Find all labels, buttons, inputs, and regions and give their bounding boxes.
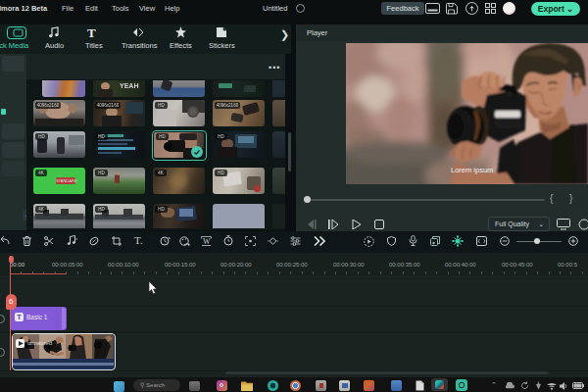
svg-text:W: W bbox=[203, 237, 211, 246]
svg-text:Lorem ipsum: Lorem ipsum bbox=[451, 166, 493, 174]
